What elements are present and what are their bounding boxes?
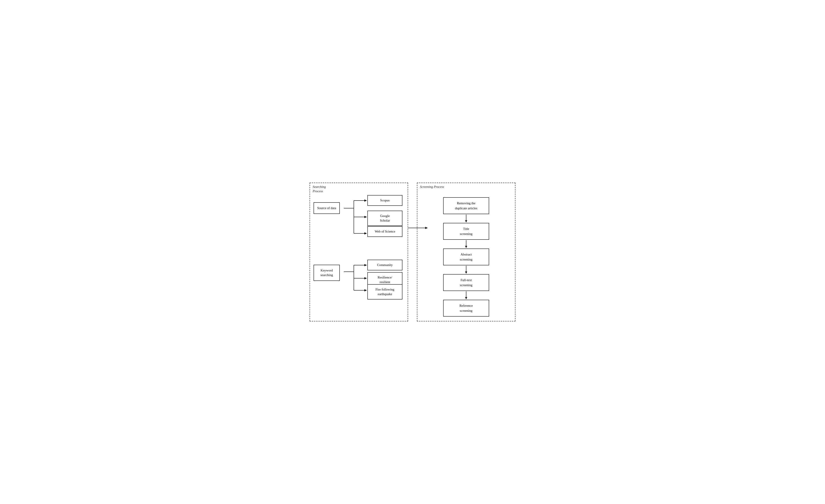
svg-marker-22: [465, 246, 467, 248]
searching-process-label: SearchingProcess: [313, 185, 326, 193]
web-of-science-box: Web of Science: [367, 226, 402, 237]
svg-marker-18: [425, 227, 428, 229]
arrow-4: [464, 291, 468, 300]
arrow-3: [464, 265, 468, 274]
svg-marker-15: [364, 289, 367, 291]
svg-marker-3: [364, 200, 367, 202]
screening-process-label: Screening Process: [420, 185, 518, 189]
arrow-1: [464, 214, 468, 223]
searching-process-panel: SearchingProcess: [310, 183, 408, 321]
scopus-box: Scopus: [367, 195, 402, 206]
source-of-data-box: Source of data: [313, 202, 340, 214]
reference-screening-box: Referencescreening: [443, 300, 489, 316]
arrow-2: [464, 240, 468, 248]
svg-marker-24: [465, 272, 467, 274]
keyword-searching-box: Keywordsearching: [313, 265, 340, 281]
fire-following-box: Fire followingearthquake: [367, 284, 402, 299]
remove-duplicates-box: Removing theduplicate articles: [443, 197, 489, 214]
svg-marker-7: [364, 232, 367, 234]
abstract-screening-box: Abstractscreening: [443, 248, 489, 265]
svg-marker-26: [465, 297, 467, 299]
diagram-container: SearchingProcess: [310, 183, 515, 321]
source-box-data: Source of data: [313, 202, 340, 214]
title-screening-box: Titlescreening: [443, 223, 489, 240]
screening-process-panel: Screening Process Removing theduplicate …: [417, 183, 515, 321]
svg-marker-11: [364, 264, 367, 266]
svg-marker-5: [364, 216, 367, 218]
svg-marker-20: [465, 220, 467, 222]
community-box: Community: [367, 260, 402, 270]
fulltext-screening-box: Full-textscreening: [443, 274, 489, 291]
svg-marker-13: [364, 277, 367, 279]
google-scholar-box: GoogleScholar: [367, 211, 402, 226]
